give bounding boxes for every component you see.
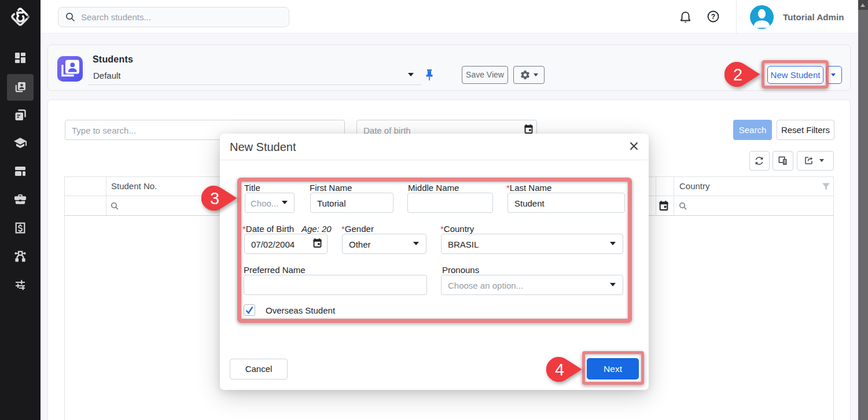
svg-text:?: ? (711, 13, 715, 21)
